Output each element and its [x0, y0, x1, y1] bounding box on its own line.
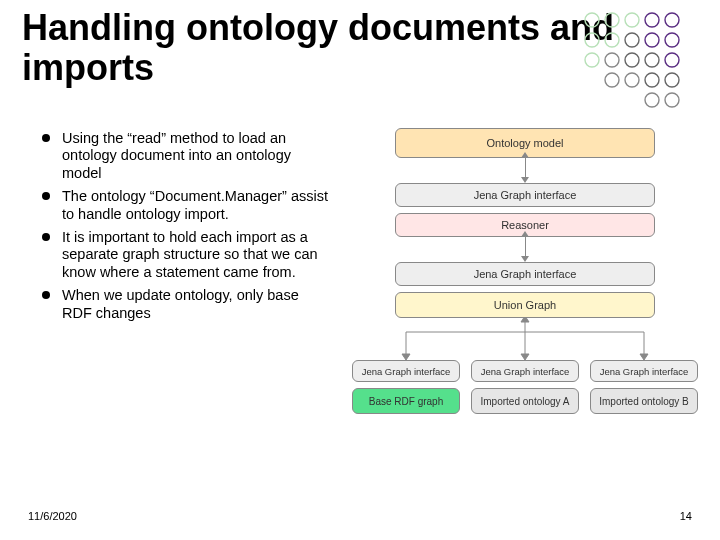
box-label: Imported ontology A	[481, 396, 570, 407]
svg-point-14	[665, 53, 679, 67]
box-label: Union Graph	[494, 299, 556, 311]
svg-point-0	[585, 13, 599, 27]
box-label: Imported ontology B	[599, 396, 689, 407]
footer-date: 11/6/2020	[28, 510, 77, 522]
box-jena-graph-interface: Jena Graph interface	[352, 360, 460, 382]
bullet-text: It is important to hold each import as a…	[62, 229, 318, 280]
architecture-diagram: Ontology model Jena Graph interface Reas…	[350, 128, 700, 468]
bullet-text: When we update ontology, only base RDF c…	[62, 287, 299, 320]
svg-point-5	[585, 33, 599, 47]
box-base-rdf-graph: Base RDF graph	[352, 388, 460, 414]
svg-point-2	[625, 13, 639, 27]
bullet-item: It is important to hold each import as a…	[40, 229, 330, 281]
svg-point-18	[665, 73, 679, 87]
box-imported-ontology-b: Imported ontology B	[590, 388, 698, 414]
box-label: Reasoner	[501, 219, 549, 231]
box-label: Base RDF graph	[369, 396, 443, 407]
box-imported-ontology-a: Imported ontology A	[471, 388, 579, 414]
box-label: Jena Graph interface	[481, 366, 570, 377]
bullet-item: Using the “read” method to load an ontol…	[40, 130, 330, 182]
svg-point-12	[625, 53, 639, 67]
svg-point-19	[645, 93, 659, 107]
box-label: Jena Graph interface	[474, 268, 577, 280]
bullet-item: The ontology “Document.Manager” assist t…	[40, 188, 330, 223]
box-jena-graph-interface: Jena Graph interface	[471, 360, 579, 382]
svg-point-10	[585, 53, 599, 67]
svg-point-15	[605, 73, 619, 87]
bullet-item: When we update ontology, only base RDF c…	[40, 287, 330, 322]
box-jena-graph-interface: Jena Graph interface	[590, 360, 698, 382]
corner-dot-decoration-icon	[578, 6, 698, 111]
slide: Handling ontology documents and imports	[0, 0, 720, 540]
svg-point-17	[645, 73, 659, 87]
svg-point-11	[605, 53, 619, 67]
svg-point-13	[645, 53, 659, 67]
svg-point-7	[625, 33, 639, 47]
svg-point-16	[625, 73, 639, 87]
box-label: Jena Graph interface	[600, 366, 689, 377]
svg-point-3	[645, 13, 659, 27]
svg-point-20	[665, 93, 679, 107]
bullet-text: The ontology “Document.Manager” assist t…	[62, 188, 328, 221]
svg-marker-29	[521, 318, 529, 322]
box-label: Jena Graph interface	[474, 189, 577, 201]
footer-page-number: 14	[680, 510, 692, 522]
svg-point-4	[665, 13, 679, 27]
slide-title: Handling ontology documents and imports	[22, 8, 622, 87]
svg-point-1	[605, 13, 619, 27]
svg-point-8	[645, 33, 659, 47]
svg-point-6	[605, 33, 619, 47]
box-union-graph: Union Graph	[395, 292, 655, 318]
bullet-text: Using the “read” method to load an ontol…	[62, 130, 291, 181]
box-jena-graph-interface: Jena Graph interface	[395, 262, 655, 286]
box-jena-graph-interface: Jena Graph interface	[395, 183, 655, 207]
box-label: Ontology model	[486, 137, 563, 149]
svg-point-9	[665, 33, 679, 47]
bullet-list: Using the “read” method to load an ontol…	[40, 130, 330, 328]
box-label: Jena Graph interface	[362, 366, 451, 377]
